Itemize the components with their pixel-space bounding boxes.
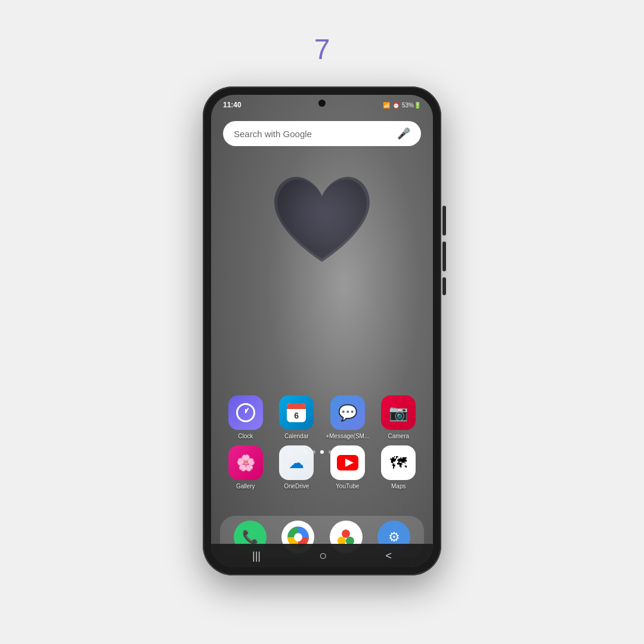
onedrive-label: OneDrive	[284, 483, 309, 490]
camera-label: Camera	[388, 433, 409, 439]
search-bar[interactable]: Search with Google 🎤	[223, 121, 421, 146]
recent-apps-button[interactable]: |||	[252, 550, 261, 562]
maps-icon: 🗺	[390, 453, 407, 473]
app-row-1: Clock 6 Calendar 💬	[220, 395, 424, 439]
clock-face	[236, 403, 255, 422]
gallery-icon: 🌸	[236, 454, 255, 472]
nav-bar: ||| ○ <	[211, 544, 433, 567]
message-icon: 💬	[338, 404, 357, 422]
alarm-icon: ⏰	[392, 102, 400, 109]
settings-icon: ⚙	[388, 530, 400, 545]
gallery-label: Gallery	[236, 483, 255, 490]
phone-icon: 📞	[242, 530, 258, 545]
page-number: 7	[314, 33, 330, 66]
heart-wallpaper	[262, 166, 382, 274]
home-button[interactable]: ○	[319, 548, 327, 564]
app-grid: Clock 6 Calendar 💬	[211, 395, 433, 496]
message-label: +Message(SM...	[326, 433, 369, 439]
maps-label: Maps	[391, 483, 405, 490]
dot-1[interactable]	[304, 450, 307, 454]
phone-screen: 11:40 📶 ⏰ 53%🔋 Search with Google	[211, 95, 433, 567]
dot-3[interactable]	[320, 450, 324, 454]
onedrive-icon: ☁	[289, 454, 304, 472]
battery-icon: 53%🔋	[402, 102, 421, 109]
app-calendar[interactable]: 6 Calendar	[275, 395, 317, 439]
calendar-label: Calendar	[284, 433, 309, 439]
dot-2[interactable]	[312, 450, 315, 454]
camera-icon-bg: 📷	[381, 395, 416, 430]
calendar-face: 6	[287, 403, 306, 422]
status-time: 11:40	[223, 101, 242, 109]
cal-month	[287, 403, 306, 409]
app-clock[interactable]: Clock	[225, 395, 267, 439]
page-dots	[211, 450, 433, 454]
youtube-play-icon	[337, 455, 358, 470]
message-icon-bg: 💬	[330, 395, 365, 430]
camera-icon: 📷	[389, 404, 408, 422]
app-camera[interactable]: 📷 Camera	[377, 395, 419, 439]
wifi-icon: 📶	[383, 102, 390, 109]
power-button[interactable]	[442, 277, 446, 295]
dot-4[interactable]	[329, 450, 332, 454]
search-placeholder: Search with Google	[234, 129, 312, 139]
volume-down-button[interactable]	[442, 242, 446, 271]
back-button[interactable]: <	[385, 550, 392, 562]
volume-up-button[interactable]	[442, 206, 446, 236]
cal-date: 6	[287, 409, 306, 422]
microphone-icon[interactable]: 🎤	[397, 127, 410, 140]
svg-point-2	[342, 530, 350, 538]
status-icons: 📶 ⏰ 53%🔋	[383, 102, 421, 109]
calendar-icon-bg: 6	[279, 395, 314, 430]
clock-label: Clock	[238, 433, 253, 439]
app-message[interactable]: 💬 +Message(SM...	[327, 395, 369, 439]
clock-icon-bg	[228, 395, 263, 430]
front-camera	[318, 100, 326, 107]
youtube-label: YouTube	[336, 483, 359, 490]
phone-frame: 11:40 📶 ⏰ 53%🔋 Search with Google	[203, 86, 441, 575]
dot-5[interactable]	[337, 450, 340, 454]
